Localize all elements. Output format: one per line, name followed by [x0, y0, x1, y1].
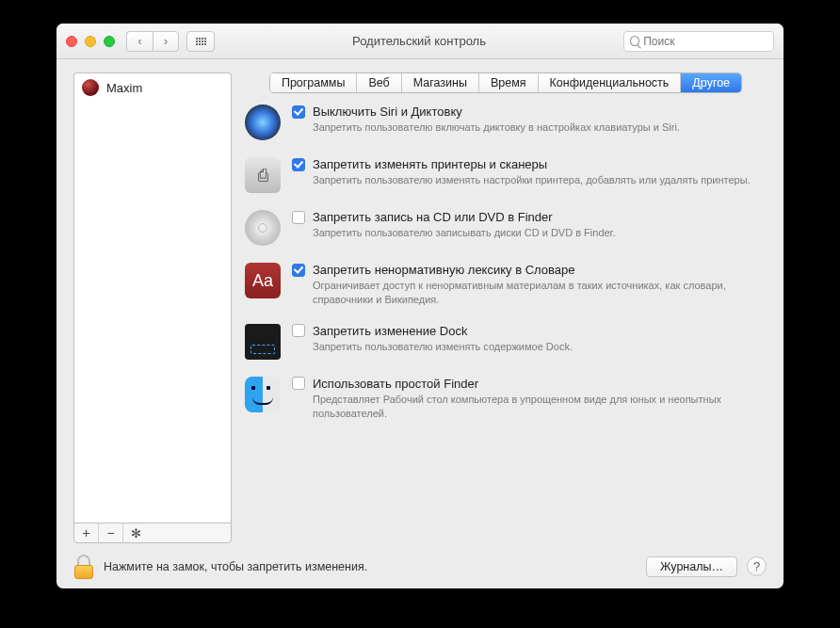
user-row[interactable]: Maxim [74, 73, 231, 102]
tab-stores[interactable]: Магазины [402, 73, 479, 92]
search-input[interactable] [643, 35, 767, 48]
titlebar: ‹ › Родительский контроль [57, 24, 783, 59]
back-button[interactable]: ‹ [126, 31, 153, 52]
option-desc: Запретить пользователю изменять настройк… [313, 173, 759, 187]
option-dictionary: Aa Запретить ненормативную лексику в Сло… [245, 263, 759, 307]
grid-icon [196, 38, 206, 45]
tab-privacy[interactable]: Конфиденциальность [539, 73, 682, 92]
remove-user-button[interactable]: − [99, 523, 123, 542]
siri-icon [245, 105, 281, 140]
sidebar-controls: + − ✻ [73, 523, 232, 543]
content: Maxim + − ✻ Программы Веб Магазины Время… [57, 59, 783, 543]
lock-body-icon [74, 565, 93, 579]
tab-apps[interactable]: Программы [270, 73, 358, 92]
search-field[interactable] [623, 31, 774, 52]
preferences-window: ‹ › Родительский контроль Maxim [57, 24, 783, 588]
option-dock: Запретить изменение Dock Запретить польз… [245, 324, 759, 360]
option-title: Запретить изменять принтеры и сканеры [313, 157, 547, 171]
search-icon [630, 36, 639, 46]
add-user-button[interactable]: + [74, 523, 99, 542]
option-title: Запретить запись на CD или DVD в Finder [313, 210, 553, 224]
dock-icon [245, 324, 281, 360]
tab-web[interactable]: Веб [357, 73, 401, 92]
user-name: Maxim [106, 81, 142, 95]
window-controls [66, 36, 115, 47]
option-title: Использовать простой Finder [313, 377, 478, 391]
options-list: Выключить Siri и Диктовку Запретить поль… [245, 105, 767, 543]
lock-hint: Нажмите на замок, чтобы запретить измене… [104, 560, 367, 573]
option-desc: Запретить пользователю изменять содержим… [313, 340, 759, 354]
finder-icon [245, 377, 281, 412]
option-siri: Выключить Siri и Диктовку Запретить поль… [245, 105, 759, 140]
option-title: Запретить ненормативную лексику в Словар… [313, 263, 574, 277]
checkbox-cd[interactable] [292, 211, 305, 224]
option-desc: Представляет Рабочий стол компьютера в у… [313, 393, 759, 421]
option-title: Запретить изменение Dock [313, 324, 467, 338]
tab-row: Программы Веб Магазины Время Конфиденциа… [245, 72, 767, 93]
printer-icon: ⎙ [245, 157, 281, 193]
logs-button[interactable]: Журналы… [646, 556, 737, 577]
dictionary-icon: Aa [245, 263, 281, 298]
option-printers: ⎙ Запретить изменять принтеры и сканеры … [245, 157, 759, 193]
checkbox-finder[interactable] [292, 377, 305, 390]
option-finder: Использовать простой Finder Представляет… [245, 377, 759, 421]
avatar-icon [82, 79, 99, 96]
option-desc: Ограничивает доступ к ненормативным мате… [313, 279, 759, 307]
option-desc: Запретить пользователю включать диктовку… [313, 121, 759, 135]
footer: Нажмите на замок, чтобы запретить измене… [57, 543, 783, 588]
checkbox-printers[interactable] [292, 158, 305, 171]
minimize-icon[interactable] [85, 36, 96, 47]
tab-other[interactable]: Другое [681, 73, 741, 92]
tab-time[interactable]: Время [479, 73, 539, 92]
checkbox-dock[interactable] [292, 324, 305, 337]
close-icon[interactable] [66, 36, 77, 47]
help-button[interactable]: ? [747, 556, 767, 576]
option-cd: Запретить запись на CD или DVD в Finder … [245, 210, 759, 246]
checkbox-siri[interactable] [292, 105, 305, 119]
user-options-button[interactable]: ✻ [123, 523, 148, 542]
tabbar: Программы Веб Магазины Время Конфиденциа… [269, 72, 742, 93]
window-title: Родительский контроль [222, 34, 616, 48]
zoom-icon[interactable] [104, 36, 115, 47]
forward-button[interactable]: › [153, 31, 179, 52]
cd-icon [245, 210, 281, 246]
option-title: Выключить Siri и Диктовку [313, 105, 462, 119]
lock-button[interactable] [73, 555, 94, 579]
user-list[interactable]: Maxim [73, 72, 232, 523]
main-panel: Программы Веб Магазины Время Конфиденциа… [245, 72, 767, 543]
show-all-button[interactable] [186, 31, 215, 52]
user-sidebar: Maxim + − ✻ [73, 72, 232, 543]
nav-back-forward: ‹ › [126, 31, 179, 52]
checkbox-dictionary[interactable] [292, 264, 305, 277]
option-desc: Запретить пользователю записывать диски … [313, 226, 759, 240]
